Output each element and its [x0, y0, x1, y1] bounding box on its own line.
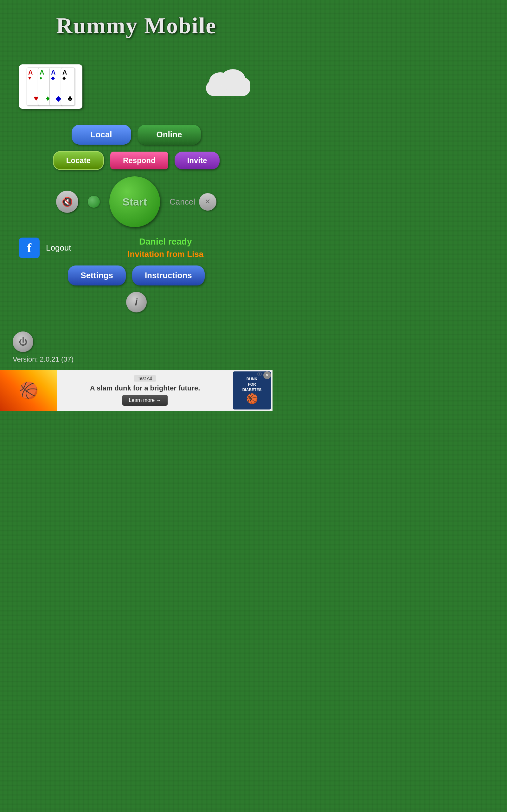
bottom-area: ⏻ Version: 2.0.21 (37) — [0, 332, 273, 363]
action-buttons: Settings Instructions — [68, 265, 205, 286]
player-dot — [88, 196, 100, 208]
mute-button[interactable]: 🔇 — [56, 191, 78, 213]
ad-banner: 🏀 Test Ad A slam dunk for a brighter fut… — [0, 370, 273, 411]
ad-info-icon[interactable]: ⓘ — [257, 371, 262, 377]
power-row: ⏻ — [13, 332, 33, 352]
logout-button[interactable]: Logout — [46, 243, 71, 253]
online-options-row: Locate Respond Invite — [53, 151, 220, 170]
ad-content: Test Ad A slam dunk for a brighter futur… — [57, 372, 233, 409]
ad-logo-line3: DIABETES — [242, 388, 262, 392]
instructions-button[interactable]: Instructions — [132, 265, 205, 286]
fb-letter: f — [27, 241, 32, 255]
start-area: 🔇 Start Cancel ✕ — [0, 176, 273, 227]
info-icon: i — [135, 297, 137, 308]
social-area: f Logout Daniel ready Invitation from Li… — [0, 237, 273, 259]
cancel-area: Cancel ✕ — [170, 193, 216, 211]
cards-image: A ♥ ♥ A ♦ ♦ A ◆ ◆ A ♣ ♣ — [19, 64, 82, 109]
ad-test-label: Test Ad — [134, 375, 156, 382]
cloud-decoration — [203, 74, 253, 99]
ad-close-button[interactable]: ✕ — [263, 371, 271, 379]
mode-buttons-section: Local Online Locate Respond Invite — [0, 125, 273, 170]
card-clubs: A ♣ ♣ — [61, 67, 75, 106]
locate-button[interactable]: Locate — [53, 151, 104, 170]
cancel-icon: ✕ — [205, 198, 210, 206]
app-title: Rummy Mobile — [56, 13, 216, 39]
card-fan: A ♥ ♥ A ♦ ♦ A ◆ ◆ A ♣ ♣ — [26, 67, 75, 106]
mute-icon: 🔇 — [62, 197, 73, 207]
facebook-icon[interactable]: f — [19, 238, 40, 258]
ad-learn-more-button[interactable]: Learn more → — [122, 395, 167, 406]
ad-text: A slam dunk for a brighter future. — [90, 384, 200, 392]
online-button[interactable]: Online — [137, 125, 201, 145]
cloud-bump3 — [233, 77, 250, 91]
local-button[interactable]: Local — [72, 125, 131, 145]
cancel-label: Cancel — [170, 197, 195, 207]
ad-image-inner: 🏀 — [0, 370, 57, 411]
settings-button[interactable]: Settings — [68, 265, 126, 286]
ad-image: 🏀 — [0, 370, 57, 411]
cancel-button[interactable]: ✕ — [199, 193, 216, 211]
start-button[interactable]: Start — [109, 176, 160, 227]
invitation-text: Invitation from Lisa — [127, 249, 204, 259]
main-mode-row: Local Online — [72, 125, 201, 145]
power-button[interactable]: ⏻ — [13, 332, 33, 352]
ad-logo-line1: DUNK — [246, 377, 258, 381]
daniel-ready-status: Daniel ready — [139, 237, 192, 247]
invite-button[interactable]: Invite — [175, 152, 220, 169]
info-button[interactable]: i — [126, 292, 147, 312]
ad-logo-line2: FOR — [248, 382, 256, 387]
ad-people-emoji: 🏀 — [19, 381, 38, 400]
power-icon: ⏻ — [19, 337, 27, 347]
card-area: A ♥ ♥ A ♦ ♦ A ◆ ◆ A ♣ ♣ — [0, 64, 273, 109]
version-text: Version: 2.0.21 (37) — [13, 355, 73, 363]
status-center: Daniel ready Invitation from Lisa — [78, 237, 253, 259]
respond-button[interactable]: Respond — [110, 152, 168, 169]
